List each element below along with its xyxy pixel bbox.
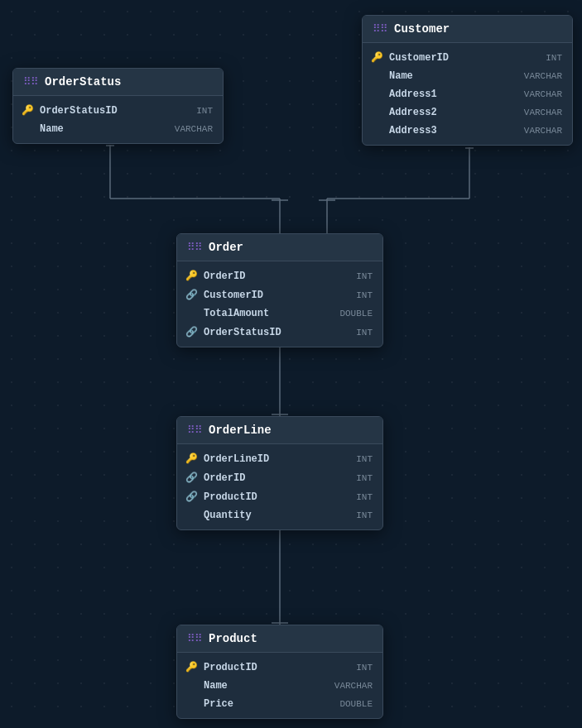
table-orderstatus-body: 🔑 OrderStatusID INT Name VARCHAR: [13, 96, 223, 143]
key-icon: 🔑: [185, 453, 199, 465]
drag-icon: ⠿⠿: [373, 22, 387, 36]
key-icon: 🔑: [185, 661, 199, 673]
table-product-header: ⠿⠿ Product: [177, 625, 382, 653]
table-customer-body: 🔑 CustomerID INT Name VARCHAR Address1 V…: [363, 43, 572, 145]
field-orderid: 🔗 OrderID INT: [177, 468, 382, 487]
field-address1: Address1 VARCHAR: [363, 85, 572, 103]
link-icon: 🔗: [185, 289, 199, 301]
table-product[interactable]: ⠿⠿ Product 🔑 ProductID INT Name VARCHAR …: [176, 625, 383, 719]
table-customer[interactable]: ⠿⠿ Customer 🔑 CustomerID INT Name VARCHA…: [362, 15, 573, 146]
drag-icon: ⠿⠿: [187, 632, 202, 645]
field-productid: 🔗 ProductID INT: [177, 487, 382, 506]
table-customer-name: Customer: [394, 22, 450, 36]
drag-icon: ⠿⠿: [187, 241, 202, 254]
diagram-canvas: ⠿⠿ OrderStatus 🔑 OrderStatusID INT Name …: [0, 0, 582, 728]
field-productid: 🔑 ProductID INT: [177, 658, 382, 677]
field-orderstatusid: 🔑 OrderStatusID INT: [13, 101, 223, 120]
drag-icon: ⠿⠿: [187, 424, 202, 437]
table-customer-header: ⠿⠿ Customer: [363, 16, 572, 43]
link-icon: 🔗: [185, 472, 199, 484]
table-order[interactable]: ⠿⠿ Order 🔑 OrderID INT 🔗 CustomerID INT …: [176, 233, 383, 347]
table-product-name: Product: [209, 632, 257, 645]
field-quantity: Quantity INT: [177, 506, 382, 524]
field-price: Price DOUBLE: [177, 695, 382, 713]
key-icon: 🔑: [185, 270, 199, 282]
field-orderlineid: 🔑 OrderLineID INT: [177, 449, 382, 468]
table-orderline-name: OrderLine: [209, 424, 272, 437]
field-address2: Address2 VARCHAR: [363, 103, 572, 122]
table-orderstatus-name: OrderStatus: [45, 75, 121, 89]
table-orderline-body: 🔑 OrderLineID INT 🔗 OrderID INT 🔗 Produc…: [177, 444, 382, 529]
key-icon: 🔑: [22, 104, 35, 117]
table-orderstatus[interactable]: ⠿⠿ OrderStatus 🔑 OrderStatusID INT Name …: [12, 68, 224, 144]
table-orderline[interactable]: ⠿⠿ OrderLine 🔑 OrderLineID INT 🔗 OrderID…: [176, 416, 383, 530]
table-orderstatus-header: ⠿⠿ OrderStatus: [13, 69, 223, 96]
field-customerid: 🔑 CustomerID INT: [363, 48, 572, 67]
field-name: Name VARCHAR: [13, 120, 223, 138]
drag-icon: ⠿⠿: [23, 75, 38, 89]
field-name: Name VARCHAR: [363, 67, 572, 85]
table-order-body: 🔑 OrderID INT 🔗 CustomerID INT TotalAmou…: [177, 261, 382, 347]
table-order-header: ⠿⠿ Order: [177, 234, 382, 261]
table-orderline-header: ⠿⠿ OrderLine: [177, 417, 382, 444]
link-icon: 🔗: [185, 491, 199, 503]
table-order-name: Order: [209, 241, 243, 254]
field-address3: Address3 VARCHAR: [363, 122, 572, 140]
table-product-body: 🔑 ProductID INT Name VARCHAR Price DOUBL…: [177, 653, 382, 718]
field-totalamount: TotalAmount DOUBLE: [177, 304, 382, 323]
key-icon: 🔑: [371, 51, 384, 64]
field-orderid: 🔑 OrderID INT: [177, 266, 382, 285]
field-name: Name VARCHAR: [177, 677, 382, 695]
field-customerid: 🔗 CustomerID INT: [177, 285, 382, 304]
link-icon: 🔗: [185, 326, 199, 338]
field-orderstatusid: 🔗 OrderStatusID INT: [177, 323, 382, 342]
